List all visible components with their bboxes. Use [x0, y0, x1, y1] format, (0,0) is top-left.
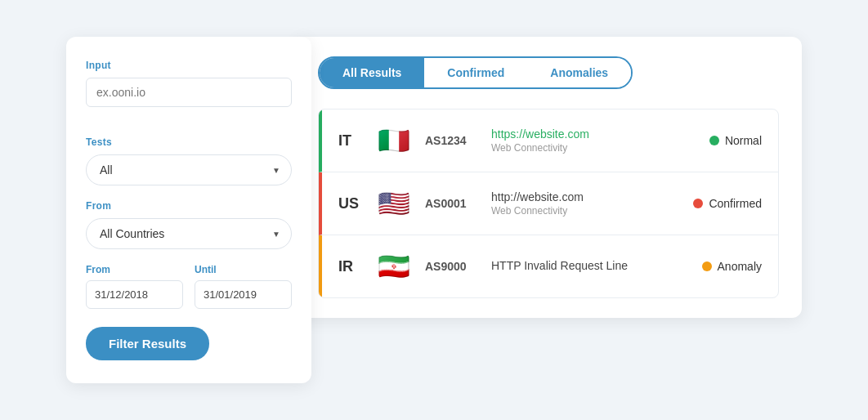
results-list: IT 🇮🇹 AS1234 https://website.com Web Con… [318, 109, 779, 298]
asn-label: AS1234 [425, 134, 478, 147]
country-code: IT [338, 132, 363, 150]
site-info: http://website.com Web Connectivity [491, 190, 680, 217]
table-row[interactable]: US 🇺🇸 AS0001 http://website.com Web Conn… [319, 172, 778, 235]
test-type: Web Connectivity [491, 205, 680, 217]
status-badge: Anomaly [702, 260, 762, 273]
flag-icon: 🇺🇸 [376, 185, 412, 221]
tab-all-results[interactable]: All Results [320, 58, 424, 87]
tab-anomalies[interactable]: Anomalies [527, 58, 631, 87]
flag-icon: 🇮🇹 [376, 123, 412, 159]
flag-icon: 🇮🇷 [376, 248, 412, 284]
date-from-input[interactable] [86, 280, 183, 309]
date-from-field: From [86, 264, 183, 309]
site-info: HTTP Invalid Request Line [491, 259, 689, 274]
status-text: Normal [725, 134, 762, 147]
site-info: https://website.com Web Connectivity [491, 127, 696, 154]
tests-section: Tests All Web Connectivity HTTP Invalid … [86, 136, 292, 185]
asn-label: AS9000 [425, 260, 478, 273]
country-code: IR [338, 258, 363, 275]
status-dot-icon [709, 136, 719, 145]
status-text: Anomaly [718, 260, 762, 273]
status-dot-icon [702, 261, 712, 271]
filter-panel: Input Tests All Web Connectivity HTTP In… [66, 37, 311, 383]
country-code: US [338, 195, 363, 212]
date-from-label: From [86, 264, 183, 275]
results-tabs: All Results Confirmed Anomalies [318, 56, 633, 89]
status-badge: Normal [709, 134, 762, 147]
date-until-input[interactable] [195, 280, 292, 309]
tests-select-wrapper: All Web Connectivity HTTP Invalid Reques… [86, 154, 292, 185]
status-text: Confirmed [709, 197, 762, 210]
filter-results-button[interactable]: Filter Results [86, 327, 209, 360]
country-select-wrapper: All Countries Italy United States Iran ▼ [86, 218, 292, 249]
table-row[interactable]: IR 🇮🇷 AS9000 HTTP Invalid Request Line A… [319, 235, 778, 297]
date-range-row: From Until [86, 264, 292, 309]
site-url: https://website.com [491, 127, 696, 141]
test-type: Web Connectivity [491, 142, 696, 154]
from-label: From [86, 200, 292, 212]
search-input[interactable] [86, 78, 292, 107]
date-until-label: Until [195, 264, 292, 275]
from-section: From All Countries Italy United States I… [86, 200, 292, 249]
tab-confirmed[interactable]: Confirmed [424, 58, 527, 87]
status-dot-icon [693, 199, 703, 208]
site-url: http://website.com [491, 190, 680, 203]
date-until-field: Until [195, 264, 292, 309]
country-select[interactable]: All Countries Italy United States Iran [86, 218, 292, 249]
input-label: Input [86, 60, 292, 71]
tests-label: Tests [86, 136, 292, 148]
site-url: HTTP Invalid Request Line [491, 259, 689, 272]
results-panel: All Results Confirmed Anomalies IT 🇮🇹 AS… [295, 37, 802, 318]
tests-select[interactable]: All Web Connectivity HTTP Invalid Reques… [86, 154, 292, 185]
table-row[interactable]: IT 🇮🇹 AS1234 https://website.com Web Con… [319, 109, 778, 172]
input-section: Input [86, 60, 292, 122]
status-badge: Confirmed [693, 197, 762, 210]
asn-label: AS0001 [425, 197, 478, 210]
